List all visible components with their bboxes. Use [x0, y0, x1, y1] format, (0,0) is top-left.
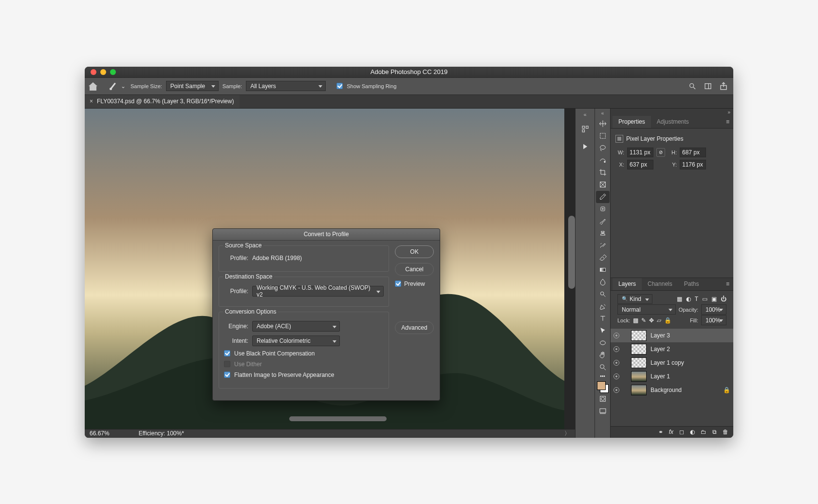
marquee-tool[interactable]	[596, 130, 610, 142]
layer-visibility-icon[interactable]	[614, 333, 619, 338]
flatten-checkbox[interactable]	[224, 372, 230, 378]
workspace-switcher-icon[interactable]	[702, 80, 714, 92]
layer-thumbnail[interactable]	[631, 371, 647, 382]
quick-mask-icon[interactable]	[596, 393, 610, 405]
link-layers-icon[interactable]: ⚭	[658, 429, 663, 435]
layer-mask-icon[interactable]: ◻	[679, 429, 684, 435]
search-icon[interactable]	[687, 80, 698, 92]
filter-adjust-icon: ◐	[686, 296, 691, 302]
black-point-checkbox[interactable]	[224, 350, 230, 356]
layer-filter-icons[interactable]: ▦◐T▭▣⏻	[677, 296, 726, 302]
gradient-tool[interactable]	[596, 264, 610, 276]
tab-paths[interactable]: Paths	[678, 278, 705, 290]
panel-menu-icon[interactable]: ≡	[726, 118, 733, 125]
tool-preset-dropdown[interactable]: ⌄	[121, 83, 127, 90]
delete-layer-icon[interactable]: 🗑	[723, 429, 728, 435]
tab-adjustments[interactable]: Adjustments	[651, 116, 695, 128]
close-tab-icon[interactable]: ×	[90, 98, 93, 105]
frame-tool[interactable]	[596, 179, 610, 191]
dodge-tool[interactable]	[596, 288, 610, 300]
sample-size-select[interactable]: Point Sample	[166, 81, 219, 91]
show-sampling-ring-checkbox[interactable]	[336, 83, 343, 89]
lock-paint-icon[interactable]: ✎	[641, 317, 646, 324]
x-field[interactable]: 637 px	[627, 160, 653, 169]
path-select-tool[interactable]	[596, 325, 610, 337]
eyedropper-tool[interactable]	[596, 191, 610, 203]
edit-toolbar-icon[interactable]: •••	[596, 373, 610, 379]
layer-visibility-icon[interactable]	[614, 373, 619, 379]
height-field[interactable]: 687 px	[680, 148, 706, 157]
collapsed-dock-1[interactable]	[575, 109, 595, 438]
document-tab[interactable]: × FLY00374.psd @ 66.7% (Layer 3, RGB/16*…	[85, 95, 240, 108]
history-brush-tool[interactable]	[596, 240, 610, 252]
layer-item[interactable]: Layer 2	[611, 342, 733, 356]
tab-layers[interactable]: Layers	[613, 278, 642, 290]
zoom-tool[interactable]	[596, 361, 610, 373]
cancel-button[interactable]: Cancel	[395, 263, 434, 276]
home-icon[interactable]	[89, 82, 97, 91]
adjustment-layer-icon[interactable]: ◐	[690, 429, 695, 435]
layer-group-icon[interactable]: 🗀	[701, 429, 706, 435]
ok-button[interactable]: OK	[395, 245, 434, 258]
tab-properties[interactable]: Properties	[613, 116, 651, 128]
blend-mode-select[interactable]: Normal	[617, 304, 676, 315]
layer-thumbnail[interactable]	[631, 357, 647, 368]
layer-item[interactable]: Layer 1	[611, 370, 733, 383]
move-tool[interactable]	[596, 118, 610, 130]
lock-all-icon[interactable]: 🔒	[664, 317, 671, 324]
shape-tool[interactable]	[596, 337, 610, 349]
opacity-select[interactable]: 100%	[701, 304, 726, 315]
layer-name: Layer 1	[651, 373, 670, 380]
fill-select[interactable]: 100%	[701, 315, 726, 325]
sample-select[interactable]: All Layers	[246, 81, 326, 91]
layer-visibility-icon[interactable]	[614, 387, 619, 393]
width-field[interactable]: 1131 px	[627, 148, 653, 157]
advanced-button[interactable]: Advanced	[395, 321, 434, 334]
color-swatch[interactable]	[597, 381, 609, 393]
intent-select[interactable]: Relative Colorimetric	[252, 336, 340, 346]
blur-tool[interactable]	[596, 276, 610, 288]
eyedropper-icon[interactable]	[108, 82, 117, 91]
actions-panel-icon[interactable]	[579, 141, 591, 152]
clone-stamp-tool[interactable]	[596, 227, 610, 240]
layer-item[interactable]: Background 🔒	[611, 383, 733, 397]
tab-channels[interactable]: Channels	[642, 278, 678, 290]
vertical-scrollbar[interactable]	[568, 216, 575, 289]
eraser-tool[interactable]	[596, 252, 610, 264]
brush-tool[interactable]	[596, 215, 610, 227]
quick-select-tool[interactable]	[596, 154, 610, 167]
preview-checkbox[interactable]	[395, 280, 401, 287]
status-menu-icon[interactable]: 〉	[564, 429, 570, 438]
lock-transparency-icon[interactable]: ▩	[633, 317, 638, 324]
lock-artboard-icon[interactable]: ▱	[657, 317, 661, 324]
source-space-group: Source Space Profile: Adobe RGB (1998)	[219, 245, 389, 272]
layer-thumbnail[interactable]	[631, 344, 647, 355]
screen-mode-icon[interactable]	[596, 405, 610, 417]
hand-tool[interactable]	[596, 349, 610, 361]
efficiency-readout[interactable]: Efficiency: 100%*	[139, 430, 184, 437]
layer-visibility-icon[interactable]	[614, 360, 619, 366]
layer-thumbnail[interactable]	[631, 330, 647, 341]
link-wh-icon[interactable]: ⊘	[656, 148, 665, 157]
layer-item[interactable]: Layer 1 copy	[611, 356, 733, 370]
healing-brush-tool[interactable]	[596, 203, 610, 215]
layer-style-icon[interactable]: fx	[669, 429, 673, 435]
pen-tool[interactable]	[596, 300, 610, 313]
new-layer-icon[interactable]: ⧉	[712, 429, 717, 435]
horizontal-scrollbar[interactable]	[289, 416, 387, 421]
layer-thumbnail[interactable]	[631, 385, 647, 395]
type-tool[interactable]	[596, 313, 610, 325]
lock-position-icon[interactable]: ✥	[649, 317, 654, 324]
layer-item[interactable]: Layer 3	[611, 329, 733, 342]
layers-panel-menu-icon[interactable]: ≡	[726, 280, 733, 287]
y-field[interactable]: 1176 px	[680, 160, 706, 169]
engine-select[interactable]: Adobe (ACE)	[252, 321, 340, 332]
crop-tool[interactable]	[596, 167, 610, 179]
layer-visibility-icon[interactable]	[614, 346, 619, 352]
layer-filter-kind[interactable]: 🔍Kind	[617, 294, 652, 304]
lasso-tool[interactable]	[596, 142, 610, 154]
zoom-level[interactable]: 66.67%	[90, 430, 110, 437]
share-icon[interactable]	[718, 80, 729, 92]
destination-profile-select[interactable]: Working CMYK - U.S. Web Coated (SWOP) v2	[252, 286, 384, 297]
history-panel-icon[interactable]	[579, 123, 591, 135]
